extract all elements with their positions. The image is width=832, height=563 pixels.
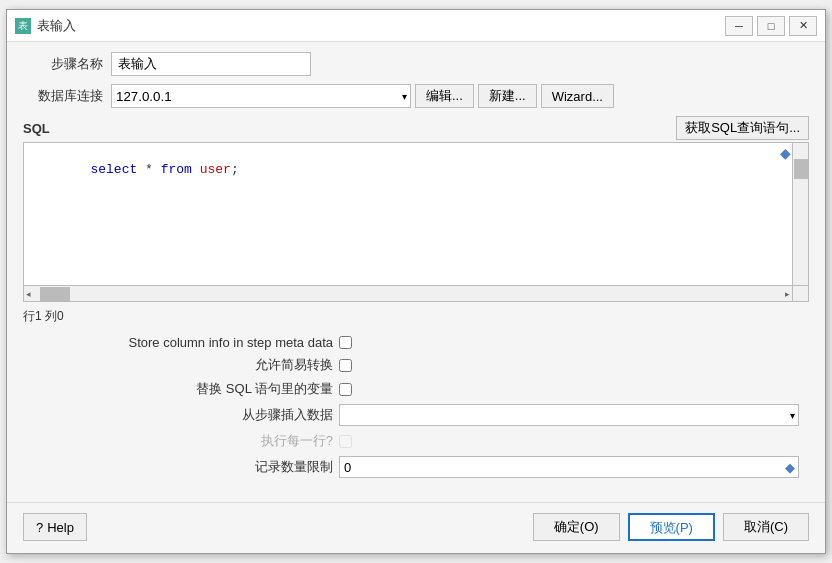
step-name-input[interactable] [111, 52, 311, 76]
allow-simple-label: 允许简易转换 [23, 356, 333, 374]
cancel-button[interactable]: 取消(C) [723, 513, 809, 541]
sql-label: SQL [23, 121, 50, 136]
insert-from-row: 从步骤插入数据 [23, 404, 809, 426]
help-icon: ? [36, 520, 43, 535]
db-select[interactable]: 127.0.0.1 [111, 84, 411, 108]
insert-from-label: 从步骤插入数据 [23, 406, 333, 424]
help-button[interactable]: ? Help [23, 513, 87, 541]
replace-var-checkbox[interactable] [339, 383, 352, 396]
footer-buttons: 确定(O) 预览(P) 取消(C) [533, 513, 809, 541]
db-connection-row: 数据库连接 127.0.0.1 编辑... 新建... Wizard... [23, 84, 809, 108]
help-label: Help [47, 520, 74, 535]
new-button[interactable]: 新建... [478, 84, 537, 108]
exec-each-row-label: 执行每一行? [23, 432, 333, 450]
content-area: 步骤名称 数据库连接 127.0.0.1 编辑... 新建... Wizard.… [7, 42, 825, 494]
footer: ? Help 确定(O) 预览(P) 取消(C) [7, 502, 825, 553]
preview-button[interactable]: 预览(P) [628, 513, 715, 541]
window-icon: 表 [15, 18, 31, 34]
exec-each-row-checkbox [339, 435, 352, 448]
store-column-label: Store column info in step meta data [23, 335, 333, 350]
replace-var-row: 替换 SQL 语句里的变量 [23, 380, 809, 398]
store-column-row: Store column info in step meta data [23, 335, 809, 350]
step-name-label: 步骤名称 [23, 55, 103, 73]
window-title: 表输入 [37, 17, 76, 35]
record-limit-row: 记录数量限制 ◆ [23, 456, 809, 478]
edit-button[interactable]: 编辑... [415, 84, 474, 108]
minimize-button[interactable]: ─ [725, 16, 753, 36]
status-text: 行1 列0 [23, 309, 64, 323]
maximize-button[interactable]: □ [757, 16, 785, 36]
get-sql-button[interactable]: 获取SQL查询语句... [676, 116, 809, 140]
replace-var-label: 替换 SQL 语句里的变量 [23, 380, 333, 398]
step-name-row: 步骤名称 [23, 52, 809, 76]
wizard-button[interactable]: Wizard... [541, 84, 614, 108]
title-bar-controls: ─ □ ✕ [725, 16, 817, 36]
allow-simple-checkbox[interactable] [339, 359, 352, 372]
insert-from-select[interactable] [339, 404, 799, 426]
sql-diamond-icon: ◆ [780, 145, 791, 161]
options-section: Store column info in step meta data 允许简易… [23, 335, 809, 478]
exec-each-row: 执行每一行? [23, 432, 809, 450]
store-column-checkbox[interactable] [339, 336, 352, 349]
record-limit-input[interactable] [339, 456, 799, 478]
db-select-wrapper: 127.0.0.1 [111, 84, 411, 108]
record-limit-label: 记录数量限制 [23, 458, 333, 476]
main-window: 表 表输入 ─ □ ✕ 步骤名称 数据库连接 127.0.0.1 编辑... 新… [6, 9, 826, 554]
sql-editor[interactable]: select * from user; [24, 143, 808, 301]
record-limit-input-wrapper: ◆ [333, 456, 799, 478]
status-row: 行1 列0 [23, 306, 809, 327]
close-button[interactable]: ✕ [789, 16, 817, 36]
sql-editor-wrapper: select * from user; select * from user; … [23, 142, 809, 302]
confirm-button[interactable]: 确定(O) [533, 513, 620, 541]
title-bar-left: 表 表输入 [15, 17, 76, 35]
insert-from-select-wrapper [339, 404, 799, 426]
sql-label-row: SQL 获取SQL查询语句... [23, 116, 809, 140]
title-bar: 表 表输入 ─ □ ✕ [7, 10, 825, 42]
db-label: 数据库连接 [23, 87, 103, 105]
allow-simple-row: 允许简易转换 [23, 356, 809, 374]
